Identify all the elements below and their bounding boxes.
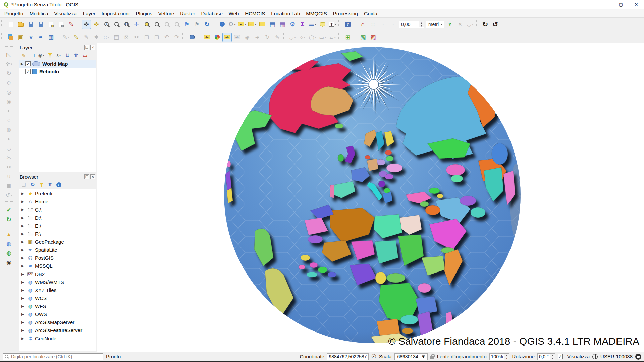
menu-raster[interactable]: Raster xyxy=(177,10,198,17)
save-project-as-icon[interactable] xyxy=(36,20,46,29)
place-search-icon[interactable]: ◉ xyxy=(4,258,14,267)
expand-arrow-icon[interactable]: ▶ xyxy=(21,240,26,244)
save-project-icon[interactable] xyxy=(26,20,36,29)
plugin-map-tools-icon[interactable]: ▧ xyxy=(358,33,368,42)
rotate-counterclockwise-icon[interactable]: ↺ xyxy=(491,20,500,29)
scale-combo[interactable]: :68980134▼ xyxy=(394,353,428,360)
magnifier-spinbox[interactable]: 100% ▲▼ xyxy=(489,353,509,360)
filter-legend-icon[interactable] xyxy=(46,52,54,59)
rotate-clockwise-icon[interactable]: ↻ xyxy=(481,20,490,29)
menu-guida[interactable]: Guida xyxy=(361,10,380,17)
lock-scale-icon[interactable] xyxy=(430,356,434,359)
float-panel-icon[interactable]: ❏ xyxy=(84,45,89,50)
maximize-button[interactable]: ▢ xyxy=(613,0,629,9)
processing-options-icon[interactable]: ⚙ xyxy=(288,20,297,29)
close-panel-icon[interactable]: ✕ xyxy=(90,174,95,179)
browser-item-spatialite[interactable]: ▶✒SpatiaLite xyxy=(19,246,96,254)
pan-map-icon[interactable]: ✜ xyxy=(82,20,91,29)
browser-item-e-[interactable]: ▶E:\ xyxy=(19,222,96,230)
menu-database[interactable]: Database xyxy=(198,10,226,17)
crs-label[interactable]: USER:100038 xyxy=(600,354,633,359)
show-bookmarks-icon[interactable]: ⚑ xyxy=(192,20,202,29)
expand-arrow-icon[interactable]: ▶ xyxy=(21,328,26,332)
filter-expression-icon[interactable]: ε▾ xyxy=(55,52,63,59)
data-source-manager-icon[interactable] xyxy=(6,33,15,42)
menu-location-lab[interactable]: Location Lab xyxy=(268,10,303,17)
new-project-icon[interactable] xyxy=(6,20,15,29)
zoom-full-icon[interactable]: ✛ xyxy=(132,20,141,29)
new-geopackage-layer-icon[interactable]: ▣ xyxy=(16,33,25,42)
browser-item-postgis[interactable]: ▶☊PostGIS xyxy=(19,254,96,262)
browser-item-arcgisfeatureserver[interactable]: ▶◍ArcGisFeatureServer xyxy=(19,326,96,334)
messages-icon[interactable] xyxy=(635,354,641,360)
browser-item-geopackage[interactable]: ▶▣GeoPackage xyxy=(19,238,96,246)
expand-arrow-icon[interactable]: ▶ xyxy=(21,312,26,316)
identify-features-icon[interactable]: i xyxy=(217,20,227,29)
field-calculator-icon[interactable]: ▦ xyxy=(278,20,287,29)
select-by-expression-icon[interactable]: ε▾ xyxy=(248,20,257,29)
snapping-toggle-icon[interactable]: ∩ xyxy=(358,20,368,29)
browser-item-wfs[interactable]: ▶◍WFS xyxy=(19,302,96,310)
zoom-native-icon[interactable]: 1:1 xyxy=(122,20,131,29)
remove-layer-icon[interactable]: ▭ xyxy=(81,52,89,59)
new-virtual-layer-icon[interactable]: ▦ xyxy=(46,33,56,42)
web-search-icon[interactable]: ◍ xyxy=(4,248,14,258)
open-attribute-table-icon[interactable]: ▤ xyxy=(268,20,277,29)
browser-item-f-[interactable]: ▶F:\ xyxy=(19,230,96,238)
menu-plugins[interactable]: Plugins xyxy=(133,10,155,17)
map-tips-icon[interactable] xyxy=(318,20,327,29)
zoom-out-icon[interactable]: − xyxy=(112,20,121,29)
expand-arrow-icon[interactable]: ▶ xyxy=(21,256,26,260)
expand-arrow-icon[interactable]: ▶ xyxy=(21,208,26,212)
expand-arrow-icon[interactable]: ▶ xyxy=(21,62,25,66)
browser-item-preferiti[interactable]: ▶★Preferiti xyxy=(19,189,96,197)
new-spatialite-layer-icon[interactable]: ✒ xyxy=(36,33,46,42)
run-feature-action-icon[interactable]: ⚙▾ xyxy=(227,20,237,29)
add-group-icon[interactable]: ❏ xyxy=(29,52,37,59)
browser-item-wms-wmts[interactable]: ▶◍WMS/WMTS xyxy=(19,278,96,286)
menu-mmqgis[interactable]: MMQGIS xyxy=(303,10,330,17)
new-map-view-icon[interactable]: ⊞ xyxy=(343,33,353,42)
float-panel-icon[interactable]: ❏ xyxy=(84,174,89,179)
snapping-units-combo[interactable]: metri▾ xyxy=(426,21,444,28)
style-manager-icon[interactable]: ✎ xyxy=(66,20,76,29)
zoom-to-layer-icon[interactable] xyxy=(152,20,161,29)
layer-diagram-icon[interactable] xyxy=(212,33,222,42)
expand-arrow-icon[interactable]: ▶ xyxy=(21,296,26,300)
open-layer-styling-icon[interactable]: ✎ xyxy=(20,52,28,59)
browser-item-d-[interactable]: ▶D:\ xyxy=(19,214,96,222)
expand-arrow-icon[interactable]: ▶ xyxy=(21,280,26,284)
rotation-spinbox[interactable]: 0,0 ° ▲▼ xyxy=(537,353,555,360)
expand-arrow-icon[interactable]: ▶ xyxy=(21,288,26,292)
expand-arrow-icon[interactable]: ▶ xyxy=(21,192,26,195)
refresh-browser-icon[interactable]: ↻ xyxy=(29,181,37,188)
cad-tools-icon[interactable]: ◺ xyxy=(4,50,14,59)
collapse-browser-icon[interactable]: ⇈ xyxy=(46,181,54,188)
browser-item-ows[interactable]: ▶◍OWS xyxy=(19,310,96,318)
coordinate-input[interactable] xyxy=(327,353,369,360)
check-geometries-icon[interactable]: ✔ xyxy=(4,205,14,215)
menu-processing[interactable]: Processing xyxy=(330,10,361,17)
measure-icon[interactable]: ▬▾ xyxy=(308,20,317,29)
statistical-summary-icon[interactable]: Σ xyxy=(298,20,307,29)
collapse-all-icon[interactable]: ⇈ xyxy=(72,52,80,59)
expand-arrow-icon[interactable]: ▶ xyxy=(21,232,26,236)
manage-map-themes-icon[interactable]: ◉▾ xyxy=(37,52,45,59)
close-panel-icon[interactable]: ✕ xyxy=(90,45,95,50)
menu-web[interactable]: Web xyxy=(226,10,242,17)
new-print-layout-icon[interactable] xyxy=(46,20,56,29)
browser-item-geonode[interactable]: ▶✼GeoNode xyxy=(19,334,96,342)
browser-item-wcs[interactable]: ▶◍WCS xyxy=(19,294,96,302)
browser-item-db2[interactable]: ▶DB2DB2 xyxy=(19,270,96,278)
expand-arrow-icon[interactable]: ▶ xyxy=(21,224,26,228)
render-checkbox[interactable]: ✓ xyxy=(558,354,563,359)
plugin-triangle-icon[interactable]: ▲ xyxy=(4,230,14,239)
tracing-icon[interactable]: Y xyxy=(445,20,455,29)
zoom-to-selection-icon[interactable] xyxy=(142,20,151,29)
browser-properties-icon[interactable]: i xyxy=(55,181,63,188)
layer-visibility-checkbox[interactable]: ✓ xyxy=(25,61,31,66)
pan-to-selection-icon[interactable]: ✜ xyxy=(92,20,101,29)
menu-vettore[interactable]: Vettore xyxy=(155,10,177,17)
plugin-map-editor-icon[interactable]: ▨ xyxy=(368,33,378,42)
zoom-in-icon[interactable]: + xyxy=(102,20,111,29)
